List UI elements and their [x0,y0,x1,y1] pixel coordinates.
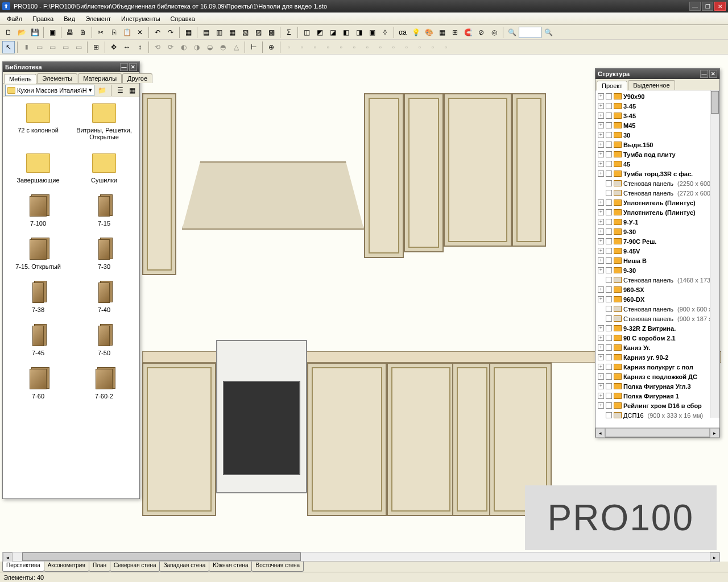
view-grid-icon[interactable]: ▦ [127,85,137,96]
structure-min-icon[interactable]: — [700,70,708,78]
view-tab-1[interactable]: Аксонометрия [44,562,89,572]
viewport-hscroll[interactable]: ◂▸ [2,552,720,562]
layout1-icon[interactable]: ▤ [200,26,212,39]
structure-vscroll[interactable] [710,90,719,418]
menu-Файл[interactable]: Файл [2,14,27,23]
print-icon[interactable]: 🖶 [64,26,76,39]
tool-icon[interactable]: ▦ [182,26,195,39]
library-item[interactable]: 7-15 [73,195,135,227]
tree-node[interactable]: +960-DX [597,294,718,304]
tree-node[interactable]: +9-30 [597,227,718,236]
view6-icon[interactable]: ▣ [366,26,378,39]
tree-node[interactable]: Стеновая панель(2250 x 600 [597,178,718,188]
tree-node[interactable]: +30 [597,130,718,140]
pointer-icon[interactable]: ↖ [2,41,15,53]
checkbox[interactable] [606,354,612,360]
move1-icon[interactable]: ✥ [107,41,120,53]
library-path-combo[interactable]: Кухни Массив Италия\Н ▾ [5,85,94,96]
g13-icon[interactable]: ▫ [440,41,452,53]
hatch-icon[interactable]: ▦ [436,26,448,39]
expand-icon[interactable]: + [598,383,604,389]
expand-icon[interactable]: + [598,122,604,128]
view-tab-2[interactable]: План [89,562,110,572]
expand-icon[interactable]: + [598,238,604,244]
checkbox[interactable] [606,335,612,341]
library-items[interactable]: 72 с колоннойВитрины, Решетки, ОткрытыеЗ… [3,97,139,498]
library-item[interactable]: 72 с колонной [7,102,69,140]
checkbox[interactable] [606,238,612,244]
checkbox[interactable] [606,171,612,177]
tree-node[interactable]: +Полка Фигурная 1 [597,391,718,401]
layout4-icon[interactable]: ▧ [239,26,251,39]
checkbox[interactable] [606,248,612,254]
checkbox[interactable] [606,306,612,312]
checkbox[interactable] [606,209,612,215]
delete-icon[interactable]: ✕ [134,26,146,39]
tree-node[interactable]: +3-45 [597,111,718,120]
library-item[interactable]: 7-40 [73,281,135,313]
menu-Вид[interactable]: Вид [59,14,80,23]
up-folder-icon[interactable]: 📁 [96,85,107,96]
library-item[interactable]: 7-38 [7,281,69,313]
light-icon[interactable]: 💡 [410,26,422,39]
structure-titlebar[interactable]: Структура — ✕ [595,69,719,79]
g6-icon[interactable]: ▫ [348,41,361,53]
library-item[interactable]: Завершающие [7,152,69,184]
layout5-icon[interactable]: ▨ [252,26,264,39]
expand-icon[interactable]: + [598,132,604,138]
rot6-icon[interactable]: ◓ [217,41,229,53]
checkbox[interactable] [606,364,612,370]
expand-icon[interactable] [598,306,604,312]
view-tab-5[interactable]: Южная стена [209,562,252,572]
g10-icon[interactable]: ▫ [400,41,413,53]
rot7-icon[interactable]: △ [230,41,242,53]
expand-icon[interactable]: + [598,393,604,399]
expand-icon[interactable]: + [598,364,604,370]
undo-icon[interactable]: ↶ [151,26,164,39]
tree-node[interactable]: +Выдв.150 [597,140,718,149]
view1-icon[interactable]: ◫ [300,26,313,39]
tree-node[interactable]: +Тумба торц.33R с фас. [597,169,718,178]
tree-node[interactable]: +У90х90 [597,92,718,101]
checkbox[interactable] [606,142,612,148]
expand-icon[interactable]: + [598,267,604,273]
expand-icon[interactable]: + [598,354,604,360]
checkbox[interactable] [606,402,612,409]
view7-icon[interactable]: ◊ [379,26,391,39]
expand-icon[interactable]: + [598,325,604,331]
cut-icon[interactable]: ✂ [94,26,107,39]
library-tab-2[interactable]: Материалы [78,73,122,83]
library-item[interactable]: 7-100 [7,195,69,227]
view5-icon[interactable]: ◨ [353,26,365,39]
g12-icon[interactable]: ▫ [427,41,439,53]
checkbox[interactable] [606,412,612,418]
expand-icon[interactable]: + [598,103,604,109]
tree-node[interactable]: ДСП16(900 x 333 x 16 мм) [597,410,718,420]
tree-node[interactable]: +7-90С Реш. [597,236,718,246]
view3-icon[interactable]: ◪ [326,26,339,39]
minimize-button[interactable]: — [689,2,701,11]
checkbox[interactable] [606,286,612,293]
expand-icon[interactable]: + [598,296,604,302]
tree-node[interactable]: +Карниз с подложкой ДС [597,372,718,381]
expand-icon[interactable]: + [598,199,604,206]
color-icon[interactable]: 🎨 [423,26,435,39]
layout2-icon[interactable]: ▥ [213,26,225,39]
checkbox[interactable] [606,219,612,225]
expand-icon[interactable]: + [598,373,604,380]
view-list-icon[interactable]: ☰ [115,85,125,96]
structure-tab-0[interactable]: Проект [597,81,627,90]
checkbox[interactable] [606,325,612,331]
view-tab-3[interactable]: Северная стена [110,562,160,572]
library-item[interactable]: 7-30 [73,238,135,270]
tree-node[interactable]: +Рейлинг хром D16 в сбор [597,401,718,410]
preview-icon[interactable]: 🗎 [77,26,89,39]
align5-icon[interactable]: ▭ [72,41,85,53]
tree-node[interactable]: +Карниз полукруг с пол [597,362,718,372]
menu-Инструменты[interactable]: Инструменты [117,14,165,23]
view4-icon[interactable]: ◧ [340,26,352,39]
tree-node[interactable]: +Тумба под плиту [597,149,718,159]
expand-icon[interactable]: + [598,286,604,293]
library-tab-0[interactable]: Мебель [4,74,36,84]
layout6-icon[interactable]: ▩ [265,26,278,39]
